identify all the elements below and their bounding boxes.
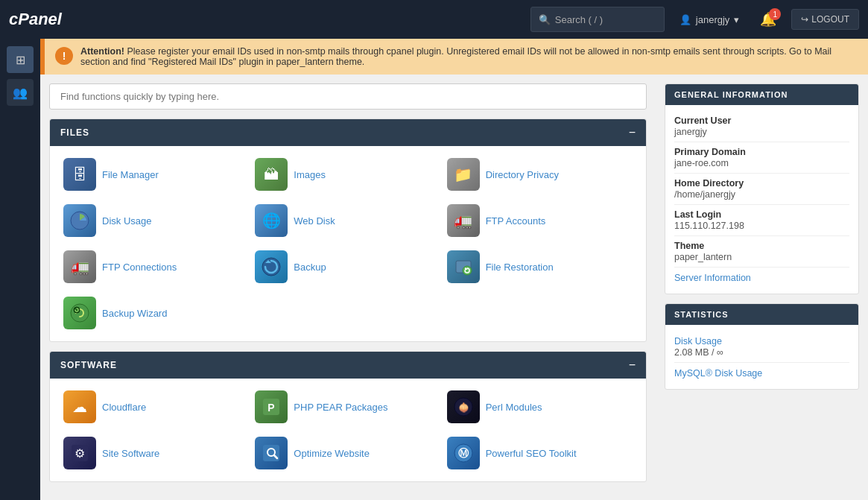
disk-usage-stat-row: Disk Usage 2.08 MB / ∞ [674, 331, 849, 363]
web-disk-link[interactable]: Web Disk [294, 215, 335, 227]
list-item[interactable]: 🚛 FTP Accounts [444, 200, 636, 241]
software-section-body: ☁ Cloudflare P PHP PEAR Packages 🧅 [50, 379, 646, 481]
perl-modules-link[interactable]: Perl Modules [486, 402, 542, 413]
last-login-row: Last Login 115.110.127.198 [674, 205, 849, 236]
list-item[interactable]: P PHP PEAR Packages [252, 386, 443, 428]
perl-modules-icon: 🧅 [447, 390, 480, 423]
file-restoration-link[interactable]: File Restoration [486, 262, 554, 273]
search-placeholder: Search ( / ) [555, 14, 603, 25]
site-software-link[interactable]: Site Software [102, 448, 159, 459]
sidebar-users-icon[interactable]: 👥 [7, 79, 34, 106]
search-bar[interactable]: 🔍 Search ( / ) [530, 7, 665, 32]
list-item[interactable]: ☁ Cloudflare [60, 386, 252, 428]
content-area: FILES − 🗄 File Manager 🏔 Images [40, 75, 868, 500]
server-information-link[interactable]: Server Information [674, 273, 751, 283]
files-section-header: FILES − [50, 119, 646, 146]
svg-text:P: P [268, 402, 275, 414]
mysql-disk-link[interactable]: MySQL® Disk Usage [674, 368, 762, 379]
list-item[interactable]: Optimize Website [252, 432, 443, 474]
alert-banner: ! Attention! Please register your email … [40, 39, 868, 75]
software-section-title: SOFTWARE [60, 360, 117, 370]
general-info-body: Current User janergjy Primary Domain jan… [665, 105, 858, 294]
ftp-accounts-link[interactable]: FTP Accounts [486, 215, 546, 227]
ftp-connections-link[interactable]: FTP Connections [102, 262, 177, 273]
list-item[interactable]: ⚙ Site Software [60, 432, 252, 474]
disk-usage-link[interactable]: Disk Usage [102, 215, 151, 227]
disk-usage-stat-link[interactable]: Disk Usage [674, 336, 722, 346]
list-item[interactable]: File Restoration [444, 246, 636, 288]
backup-icon [255, 250, 288, 283]
ftp-accounts-icon: 🚛 [447, 204, 480, 237]
optimize-website-link[interactable]: Optimize Website [294, 448, 370, 459]
search-icon: 🔍 [539, 14, 551, 25]
general-info-header: GENERAL INFORMATION [665, 84, 858, 105]
main-content: ! Attention! Please register your email … [40, 39, 868, 500]
right-panel: GENERAL INFORMATION Current User janergj… [656, 75, 868, 500]
cloudflare-icon: ☁ [63, 390, 96, 423]
backup-link[interactable]: Backup [294, 262, 326, 273]
theme-label: Theme [674, 241, 849, 251]
server-info-row: Server Information [674, 268, 849, 288]
software-section: SOFTWARE − ☁ Cloudflare P PHP PEAR Pac [49, 351, 647, 482]
backup-wizard-link[interactable]: Backup Wizard [102, 308, 167, 319]
list-item[interactable]: 🏔 Images [252, 154, 443, 195]
list-item[interactable]: 📁 Directory Privacy [444, 154, 636, 195]
files-section-title: FILES [60, 127, 89, 138]
home-directory-value: /home/janergjy [674, 189, 849, 200]
list-item[interactable]: Ⓜ Powerful SEO Toolkit [444, 432, 636, 474]
list-item[interactable]: Backup [252, 246, 443, 288]
list-item[interactable]: Disk Usage [60, 200, 252, 241]
current-user-label: Current User [674, 115, 849, 126]
home-directory-label: Home Directory [674, 178, 849, 189]
list-item[interactable]: 🧅 Perl Modules [444, 386, 636, 428]
function-search-input[interactable] [49, 83, 647, 110]
user-menu[interactable]: 👤 janergjy ▾ [674, 14, 746, 25]
navbar: cPanel 🔍 Search ( / ) 👤 janergjy ▾ 🔔 1 ↪… [0, 0, 868, 39]
brand-logo: cPanel [9, 10, 62, 29]
software-collapse-button[interactable]: − [629, 358, 636, 372]
file-restoration-icon [447, 250, 480, 283]
list-item[interactable]: 🗄 File Manager [60, 154, 252, 195]
files-section-body: 🗄 File Manager 🏔 Images 📁 Directory Priv… [50, 146, 646, 341]
alert-icon: ! [55, 47, 73, 65]
primary-domain-label: Primary Domain [674, 147, 849, 157]
software-section-header: SOFTWARE − [50, 352, 646, 379]
list-item[interactable]: 🚛 FTP Connections [60, 246, 252, 288]
notifications-bell[interactable]: 🔔 1 [754, 11, 782, 28]
svg-point-6 [71, 304, 89, 322]
backup-wizard-icon [63, 297, 96, 329]
statistics-header: STATISTICS [665, 304, 858, 325]
directory-privacy-icon: 📁 [447, 158, 480, 191]
current-user-value: janergjy [674, 127, 849, 137]
images-link[interactable]: Images [294, 169, 326, 180]
directory-privacy-link[interactable]: Directory Privacy [486, 169, 559, 180]
list-item[interactable]: 🌐 Web Disk [252, 200, 443, 241]
alert-message: Please register your email IDs used in n… [80, 46, 831, 67]
cloudflare-link[interactable]: Cloudflare [102, 402, 146, 413]
web-disk-icon: 🌐 [255, 204, 288, 237]
svg-point-4 [463, 266, 472, 275]
php-pear-link[interactable]: PHP PEAR Packages [294, 402, 387, 413]
files-collapse-button[interactable]: − [629, 126, 636, 139]
alert-text: Attention! Please register your email ID… [80, 46, 858, 67]
chevron-down-icon: ▾ [734, 14, 739, 25]
sidebar-grid-icon[interactable]: ⊞ [7, 46, 34, 73]
logout-label: LOGOUT [811, 14, 849, 25]
user-icon: 👤 [679, 14, 691, 25]
list-item[interactable]: Backup Wizard [60, 292, 252, 334]
notification-badge: 1 [769, 8, 781, 20]
files-section: FILES − 🗄 File Manager 🏔 Images [49, 118, 647, 342]
theme-row: Theme paper_lantern [674, 236, 849, 268]
file-manager-link[interactable]: File Manager [102, 169, 159, 180]
seo-toolkit-link[interactable]: Powerful SEO Toolkit [486, 448, 577, 459]
logout-button[interactable]: ↪ LOGOUT [791, 9, 859, 30]
svg-text:Ⓜ: Ⓜ [458, 447, 469, 459]
statistics-body: Disk Usage 2.08 MB / ∞ MySQL® Disk Usage [665, 325, 858, 389]
svg-text:⚙: ⚙ [75, 447, 85, 460]
disk-usage-icon [63, 204, 96, 237]
theme-value: paper_lantern [674, 252, 849, 262]
sidebar: ⊞ 👥 [0, 39, 40, 500]
last-login-label: Last Login [674, 209, 849, 220]
php-pear-icon: P [255, 390, 288, 423]
file-manager-icon: 🗄 [63, 158, 96, 191]
